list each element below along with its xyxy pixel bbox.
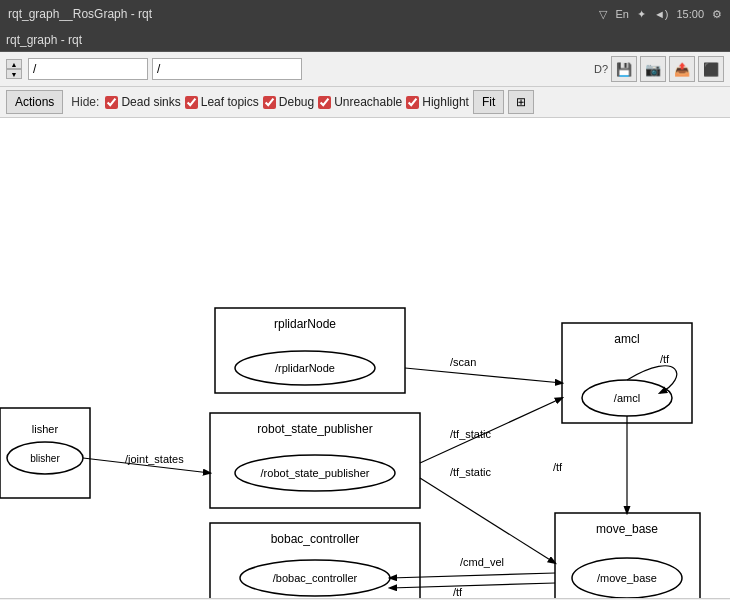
bobac-controller-box-label: bobac_controller [271, 532, 360, 546]
titlebar: rqt_graph__RosGraph - rqt ▽ En ✦ ◄) 15:0… [0, 0, 730, 28]
robot-state-publisher-ellipse-label: /robot_state_publisher [261, 467, 370, 479]
tf-loop-amcl-label: /tf [660, 353, 670, 365]
dead-sinks-input[interactable] [105, 96, 118, 109]
menu-item-graph[interactable]: rqt_graph - rqt [6, 33, 82, 47]
toolbar: ▲ ▼ D? 💾 📷 📤 ⬛ Actions Hide: Dead sinks [0, 52, 730, 118]
toolbar-bottom: Actions Hide: Dead sinks Leaf topics Deb… [0, 87, 730, 117]
help-label: D? [594, 63, 608, 75]
window-title: rqt_graph__RosGraph - rqt [8, 7, 599, 21]
move-base-box-label: move_base [596, 522, 658, 536]
tf-amcl-movebase-label: /tf [553, 461, 563, 473]
amcl-box-label: amcl [614, 332, 639, 346]
menubar: rqt_graph - rqt [0, 28, 730, 52]
joint-states-label: /joint_states [125, 453, 184, 465]
namespace-input[interactable] [28, 58, 148, 80]
dead-sinks-label: Dead sinks [121, 95, 180, 109]
tf-static-edge-1 [420, 398, 562, 463]
rplidarnode-box-label: rplidarNode [274, 317, 336, 331]
leaf-topics-label: Leaf topics [201, 95, 259, 109]
robot-state-publisher-box-label: robot_state_publisher [257, 422, 372, 436]
settings-icon: ⚙ [712, 8, 722, 21]
highlight-input[interactable] [406, 96, 419, 109]
fit-button[interactable]: Fit [473, 90, 504, 114]
dead-sinks-checkbox[interactable]: Dead sinks [105, 95, 180, 109]
move-base-ellipse-label: /move_base [597, 572, 657, 584]
cmd-vel-label: /cmd_vel [460, 556, 504, 568]
unreachable-input[interactable] [318, 96, 331, 109]
screenshot-button[interactable]: 📷 [640, 56, 666, 82]
tf-static-edge-2 [420, 478, 555, 563]
spin-down[interactable]: ▼ [6, 69, 22, 79]
titlebar-icons: ▽ En ✦ ◄) 15:00 ⚙ [599, 8, 722, 21]
topic-filter-input[interactable] [152, 58, 302, 80]
leaf-topics-checkbox[interactable]: Leaf topics [185, 95, 259, 109]
spin-up[interactable]: ▲ [6, 59, 22, 69]
blisher-label: blisher [30, 453, 60, 464]
spinner[interactable]: ▲ ▼ [6, 59, 22, 79]
unreachable-checkbox[interactable]: Unreachable [318, 95, 402, 109]
highlight-checkbox[interactable]: Highlight [406, 95, 469, 109]
scan-label: /scan [450, 356, 476, 368]
tf-static-label-1: /tf_static [450, 428, 491, 440]
scan-edge [405, 368, 562, 383]
lisher-label: lisher [32, 423, 59, 435]
amcl-ellipse-label: /amcl [614, 392, 640, 404]
volume-icon: ◄) [654, 8, 669, 20]
debug-input[interactable] [263, 96, 276, 109]
hide-label: Hide: [71, 95, 99, 109]
right-icons: D? 💾 📷 📤 ⬛ [594, 56, 724, 82]
actions-button[interactable]: Actions [6, 90, 63, 114]
export-button[interactable]: 📤 [669, 56, 695, 82]
stop-button[interactable]: ⬛ [698, 56, 724, 82]
clock: 15:00 [676, 8, 704, 20]
wifi-icon: ▽ [599, 8, 607, 21]
save-button[interactable]: 💾 [611, 56, 637, 82]
leaf-topics-input[interactable] [185, 96, 198, 109]
toolbar-top: ▲ ▼ D? 💾 📷 📤 ⬛ [0, 52, 730, 87]
graph-area[interactable]: lisher blisher rplidarNode /rplidarNode … [0, 118, 730, 598]
debug-label: Debug [279, 95, 314, 109]
lang-indicator: En [615, 8, 628, 20]
tf-movebase-bobac-label: /tf [453, 586, 463, 598]
unreachable-label: Unreachable [334, 95, 402, 109]
bobac-controller-ellipse-label: /bobac_controller [273, 572, 358, 584]
tf-static-label-2: /tf_static [450, 466, 491, 478]
toolbar-panel: ▲ ▼ D? 💾 📷 📤 ⬛ Actions Hide: Dead sinks [0, 52, 730, 118]
debug-checkbox[interactable]: Debug [263, 95, 314, 109]
rplidarnode-ellipse-label: /rplidarNode [275, 362, 335, 374]
fit-icon-button[interactable]: ⊞ [508, 90, 534, 114]
highlight-label: Highlight [422, 95, 469, 109]
bluetooth-icon: ✦ [637, 8, 646, 21]
ros-graph-svg: lisher blisher rplidarNode /rplidarNode … [0, 118, 730, 598]
